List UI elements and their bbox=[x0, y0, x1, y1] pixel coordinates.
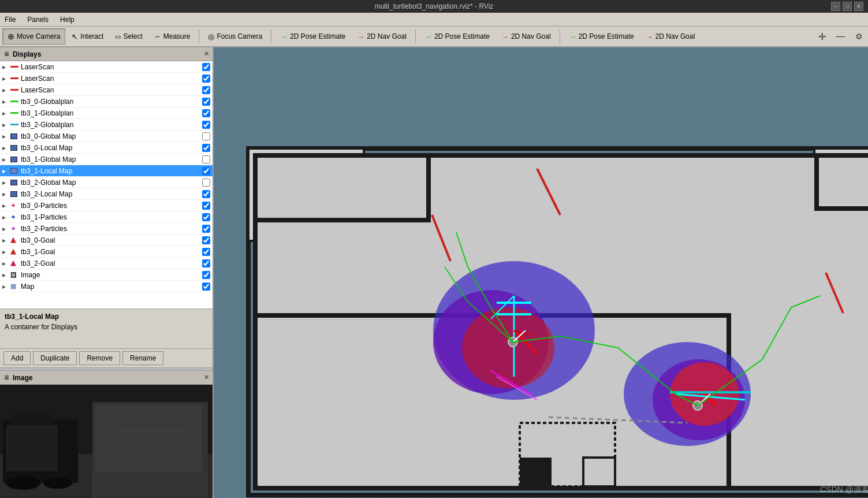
display-item-tb3-0-local-map[interactable]: tb3_0-Local Map bbox=[0, 142, 213, 154]
measure-icon: ↔ bbox=[154, 32, 161, 40]
display-item-tb3-0-global-map[interactable]: tb3_0-Global Map bbox=[0, 131, 213, 142]
tb3-1-goal-label: tb3_1-Goal bbox=[21, 248, 201, 256]
display-item-tb3-1-goal[interactable]: tb3_1-Goal bbox=[0, 246, 213, 258]
move-camera-btn[interactable]: ⊕ Move Camera bbox=[2, 28, 65, 44]
tb3-1-globalplan-checkbox[interactable] bbox=[202, 109, 210, 117]
displays-panel: 🖥 Displays ✕ LaserScan LaserScan bbox=[0, 47, 213, 309]
tb3-0-goal-checkbox[interactable] bbox=[202, 236, 210, 244]
select-btn[interactable]: ▭ Select bbox=[110, 28, 147, 44]
minimize-btn[interactable]: ─ bbox=[831, 2, 840, 11]
tb3-1-particles-checkbox[interactable] bbox=[202, 213, 210, 221]
display-item-tb3-1-particles[interactable]: ✦ tb3_1-Particles bbox=[0, 211, 213, 223]
focus-camera-icon: ◎ bbox=[208, 32, 214, 41]
display-item-tb3-2-goal[interactable]: tb3_2-Goal bbox=[0, 258, 213, 269]
expand-tb3-0-goal bbox=[2, 237, 9, 243]
display-item-laserscan2[interactable]: LaserScan bbox=[0, 73, 213, 84]
nav-goal-1-btn[interactable]: → 2D Nav Goal bbox=[352, 28, 412, 44]
tb3-0-globalplan-label: tb3_0-Globalplan bbox=[21, 98, 201, 106]
svg-point-33 bbox=[462, 307, 554, 388]
tb3-0-local-map-checkbox[interactable] bbox=[202, 144, 210, 152]
measure-btn[interactable]: ↔ Measure bbox=[149, 28, 196, 44]
remove-button[interactable]: Remove bbox=[79, 351, 120, 365]
image-checkbox[interactable] bbox=[202, 271, 210, 279]
tb3-2-particles-icon: ✦ bbox=[10, 225, 20, 232]
tb3-1-goal-checkbox[interactable] bbox=[202, 248, 210, 256]
window-controls: ─ □ ✕ bbox=[831, 2, 863, 11]
display-item-laserscan1[interactable]: LaserScan bbox=[0, 61, 213, 73]
rename-button[interactable]: Rename bbox=[122, 351, 163, 365]
interact-btn[interactable]: ↖ Interact bbox=[66, 28, 109, 44]
expand-tb3-2-globalplan bbox=[2, 121, 9, 128]
expand-tb3-2-local-map bbox=[2, 191, 9, 197]
settings-icon[interactable]: ⚙ bbox=[852, 29, 866, 43]
laserscan1-checkbox[interactable] bbox=[202, 63, 210, 71]
menu-file[interactable]: File bbox=[2, 14, 18, 25]
toolbar-sep-4 bbox=[560, 29, 560, 43]
tb3-0-goal-label: tb3_0-Goal bbox=[21, 236, 201, 244]
nav-goal-3-label: 2D Nav Goal bbox=[655, 32, 695, 40]
svg-rect-17 bbox=[253, 153, 868, 158]
laserscan2-icon bbox=[10, 75, 20, 82]
crosshair-icon[interactable]: ✛ bbox=[815, 29, 829, 43]
pose-estimate-1-btn[interactable]: → 2D Pose Estimate bbox=[275, 28, 351, 44]
display-item-tb3-1-local-map[interactable]: tb3_1-Local Map bbox=[0, 165, 213, 177]
display-item-tb3-0-goal[interactable]: tb3_0-Goal bbox=[0, 235, 213, 246]
tb3-1-global-map-checkbox[interactable] bbox=[202, 155, 210, 163]
menu-help[interactable]: Help bbox=[58, 14, 77, 25]
select-label: Select bbox=[123, 32, 142, 40]
display-item-tb3-1-globalplan[interactable]: tb3_1-Globalplan bbox=[0, 107, 213, 119]
display-item-tb3-1-global-map[interactable]: tb3_1-Global Map bbox=[0, 154, 213, 165]
display-item-tb3-0-globalplan[interactable]: tb3_0-Globalplan bbox=[0, 96, 213, 107]
nav-goal-2-btn[interactable]: → 2D Nav Goal bbox=[496, 28, 556, 44]
image-canvas bbox=[0, 385, 213, 498]
tb3-2-goal-label: tb3_2-Goal bbox=[21, 259, 201, 267]
tb3-0-particles-checkbox[interactable] bbox=[202, 202, 210, 210]
display-item-tb3-2-particles[interactable]: ✦ tb3_2-Particles bbox=[0, 223, 213, 235]
expand-tb3-2-global-map bbox=[2, 179, 9, 185]
display-item-map[interactable]: ▦ Map bbox=[0, 281, 213, 292]
displays-panel-icon: 🖥 bbox=[3, 51, 9, 57]
displays-panel-close[interactable]: ✕ bbox=[204, 50, 209, 58]
tb3-0-globalplan-checkbox[interactable] bbox=[202, 98, 210, 106]
map-checkbox[interactable] bbox=[202, 283, 210, 291]
expand-tb3-1-goal bbox=[2, 248, 9, 255]
expand-tb3-0-global-map bbox=[2, 133, 9, 139]
laserscan2-checkbox[interactable] bbox=[202, 75, 210, 83]
main-layout: 🖥 Displays ✕ LaserScan LaserScan bbox=[0, 47, 868, 498]
display-item-tb3-2-globalplan[interactable]: tb3_2-Globalplan bbox=[0, 119, 213, 131]
display-item-tb3-2-global-map[interactable]: tb3_2-Global Map bbox=[0, 177, 213, 188]
image-panel-close[interactable]: ✕ bbox=[204, 374, 209, 381]
tb3-2-global-map-checkbox[interactable] bbox=[202, 179, 210, 187]
zoom-out-icon[interactable]: — bbox=[833, 29, 847, 43]
add-button[interactable]: Add bbox=[3, 351, 31, 365]
close-btn[interactable]: ✕ bbox=[854, 2, 863, 11]
display-item-tb3-2-local-map[interactable]: tb3_2-Local Map bbox=[0, 188, 213, 200]
menu-panels[interactable]: Panels bbox=[25, 14, 51, 25]
focus-camera-btn[interactable]: ◎ Focus Camera bbox=[203, 28, 267, 44]
tb3-1-particles-label: tb3_1-Particles bbox=[21, 213, 201, 221]
laserscan2-label: LaserScan bbox=[21, 75, 201, 83]
move-camera-label: Move Camera bbox=[17, 32, 60, 40]
pose-estimate-3-btn[interactable]: → 2D Pose Estimate bbox=[564, 28, 639, 44]
tb3-2-particles-checkbox[interactable] bbox=[202, 225, 210, 233]
tb3-0-global-map-checkbox[interactable] bbox=[202, 132, 210, 140]
pose-estimate-3-label: 2D Pose Estimate bbox=[579, 32, 634, 40]
pose-estimate-2-label: 2D Pose Estimate bbox=[434, 32, 490, 40]
image-panel-title: Image bbox=[13, 374, 33, 382]
pose-estimate-2-btn[interactable]: → 2D Pose Estimate bbox=[419, 28, 495, 44]
maximize-btn[interactable]: □ bbox=[843, 2, 852, 11]
svg-point-5 bbox=[6, 476, 40, 490]
laserscan3-checkbox[interactable] bbox=[202, 86, 210, 94]
tb3-2-local-map-checkbox[interactable] bbox=[202, 190, 210, 198]
tb3-0-global-map-label: tb3_0-Global Map bbox=[21, 132, 201, 140]
tb3-2-goal-checkbox[interactable] bbox=[202, 259, 210, 267]
nav-goal-3-btn[interactable]: → 2D Nav Goal bbox=[640, 28, 701, 44]
tb3-2-globalplan-checkbox[interactable] bbox=[202, 121, 210, 129]
display-item-image[interactable]: 🖼 Image bbox=[0, 269, 213, 281]
svg-rect-27 bbox=[520, 458, 552, 486]
tb3-1-local-map-checkbox[interactable] bbox=[202, 167, 210, 175]
display-item-tb3-0-particles[interactable]: ✦ tb3_0-Particles bbox=[0, 200, 213, 211]
duplicate-button[interactable]: Duplicate bbox=[33, 351, 77, 365]
display-item-laserscan3[interactable]: LaserScan bbox=[0, 84, 213, 96]
main-viewport[interactable]: CSDN @浪客_剑心 bbox=[214, 47, 868, 498]
